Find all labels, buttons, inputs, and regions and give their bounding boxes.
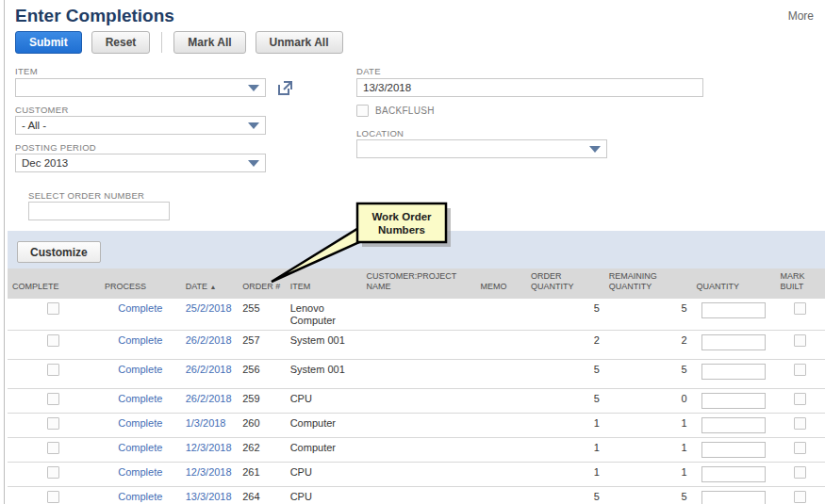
date-link[interactable]: 12/3/2018 <box>186 466 232 478</box>
item-label: ITEM <box>15 66 38 76</box>
chevron-down-icon <box>248 122 259 129</box>
order-quantity: 5 <box>526 389 604 414</box>
complete-checkbox[interactable] <box>47 393 59 405</box>
customize-button[interactable]: Customize <box>17 241 101 263</box>
process-link[interactable]: Complete <box>118 302 162 314</box>
date-link[interactable]: 12/3/2018 <box>186 442 232 453</box>
complete-checkbox[interactable] <box>47 417 59 430</box>
col-mark-built[interactable]: MARK BUILT <box>775 268 825 298</box>
mark-built-checkbox[interactable] <box>794 393 806 405</box>
chevron-down-icon <box>248 85 259 91</box>
col-customer-project[interactable]: CUSTOMER:PROJECT NAME <box>361 268 475 298</box>
col-process: PROCESS <box>100 268 181 298</box>
process-link[interactable]: Complete <box>118 364 162 375</box>
submit-button[interactable]: Submit <box>15 31 82 54</box>
date-link[interactable]: 26/2/2018 <box>186 334 232 346</box>
complete-checkbox[interactable] <box>47 466 59 479</box>
date-link[interactable]: 25/2/2018 <box>186 302 232 314</box>
unmark-all-button[interactable]: Unmark All <box>256 31 343 54</box>
reset-button[interactable]: Reset <box>91 31 151 54</box>
remaining-quantity: 1 <box>604 414 692 438</box>
complete-checkbox[interactable] <box>47 442 59 454</box>
date-link[interactable]: 1/3/2018 <box>186 417 226 429</box>
order-quantity: 1 <box>526 414 604 438</box>
col-date[interactable]: DATE ▲ <box>181 268 239 298</box>
toolbar: Submit Reset Mark All Unmark All <box>15 31 343 54</box>
col-memo[interactable]: MEMO <box>476 268 526 298</box>
mark-built-checkbox[interactable] <box>794 334 806 347</box>
process-link[interactable]: Complete <box>118 491 162 502</box>
mark-built-checkbox[interactable] <box>794 417 806 430</box>
complete-checkbox[interactable] <box>47 302 59 315</box>
item-name: CPU <box>286 463 362 487</box>
col-remaining-quantity[interactable]: REMAINING QUANTITY <box>604 268 692 298</box>
memo <box>476 463 526 487</box>
page-title: Enter Completions <box>15 6 174 26</box>
col-order-quantity[interactable]: ORDER QUANTITY <box>526 268 604 298</box>
results-panel: Customize COMPLETE PROCESS DATE ▲ ORDER … <box>8 231 825 504</box>
mark-built-checkbox[interactable] <box>794 466 806 479</box>
customer-project <box>361 438 475 463</box>
date-input[interactable] <box>356 78 703 97</box>
location-select[interactable] <box>356 139 607 158</box>
mark-built-checkbox[interactable] <box>794 491 806 503</box>
quantity-input[interactable] <box>701 334 766 350</box>
backflush-field: BACKFLUSH <box>356 105 435 117</box>
item-name: Lenovo Computer <box>286 298 362 331</box>
mark-built-checkbox[interactable] <box>794 364 806 376</box>
col-quantity[interactable]: QUANTITY <box>692 268 776 298</box>
table-row: Complete 12/3/2018 261 CPU 1 1 <box>8 463 825 487</box>
order-number: 257 <box>238 331 285 360</box>
memo <box>476 487 526 504</box>
col-item[interactable]: ITEM <box>286 268 362 298</box>
backflush-checkbox[interactable] <box>356 105 369 117</box>
customer-project <box>361 463 475 487</box>
item-name: CPU <box>286 487 362 504</box>
quantity-input[interactable] <box>701 364 766 380</box>
process-link[interactable]: Complete <box>118 442 162 453</box>
more-link[interactable]: More <box>788 9 814 23</box>
remaining-quantity: 1 <box>604 463 692 487</box>
quantity-input[interactable] <box>701 466 766 482</box>
order-number: 264 <box>238 487 285 504</box>
memo <box>476 389 526 414</box>
col-order-number[interactable]: ORDER # <box>238 268 285 298</box>
date-label: DATE <box>356 66 381 76</box>
complete-checkbox[interactable] <box>47 334 59 347</box>
open-record-icon[interactable] <box>277 80 293 100</box>
order-number: 260 <box>238 414 285 438</box>
sort-asc-icon: ▲ <box>210 284 217 290</box>
table-row: Complete 1/3/2018 260 Computer 1 1 <box>8 414 825 438</box>
table-row: Complete 26/2/2018 259 CPU 5 0 <box>8 389 825 414</box>
process-link[interactable]: Complete <box>118 393 162 404</box>
complete-checkbox[interactable] <box>47 491 59 503</box>
mark-all-button[interactable]: Mark All <box>173 31 245 54</box>
quantity-input[interactable] <box>701 442 766 458</box>
date-link[interactable]: 26/2/2018 <box>186 364 232 375</box>
memo <box>476 298 526 331</box>
quantity-input[interactable] <box>701 417 766 433</box>
date-link[interactable]: 13/3/2018 <box>186 491 232 502</box>
mark-built-checkbox[interactable] <box>794 442 806 454</box>
item-select[interactable] <box>15 78 266 97</box>
enter-completions-page: Enter Completions More Submit Reset Mark… <box>0 0 825 504</box>
table-row: Complete 26/2/2018 256 System 001 5 5 <box>8 360 825 389</box>
remaining-quantity: 1 <box>604 438 692 463</box>
select-order-number-input[interactable] <box>28 202 170 220</box>
completions-table: COMPLETE PROCESS DATE ▲ ORDER # ITEM CUS… <box>8 268 825 504</box>
item-name: System 001 <box>286 360 362 389</box>
quantity-input[interactable] <box>701 393 766 409</box>
posting-period-select[interactable]: Dec 2013 <box>15 154 266 172</box>
order-number: 262 <box>238 438 285 463</box>
quantity-input[interactable] <box>701 302 766 318</box>
date-link[interactable]: 26/2/2018 <box>186 393 232 404</box>
customer-select[interactable]: - All - <box>15 116 266 135</box>
mark-built-checkbox[interactable] <box>794 302 806 315</box>
order-number: 261 <box>238 463 285 487</box>
process-link[interactable]: Complete <box>118 466 162 478</box>
toolbar-divider <box>161 32 162 53</box>
process-link[interactable]: Complete <box>118 334 162 346</box>
process-link[interactable]: Complete <box>118 417 162 429</box>
quantity-input[interactable] <box>701 491 766 504</box>
complete-checkbox[interactable] <box>47 364 59 376</box>
